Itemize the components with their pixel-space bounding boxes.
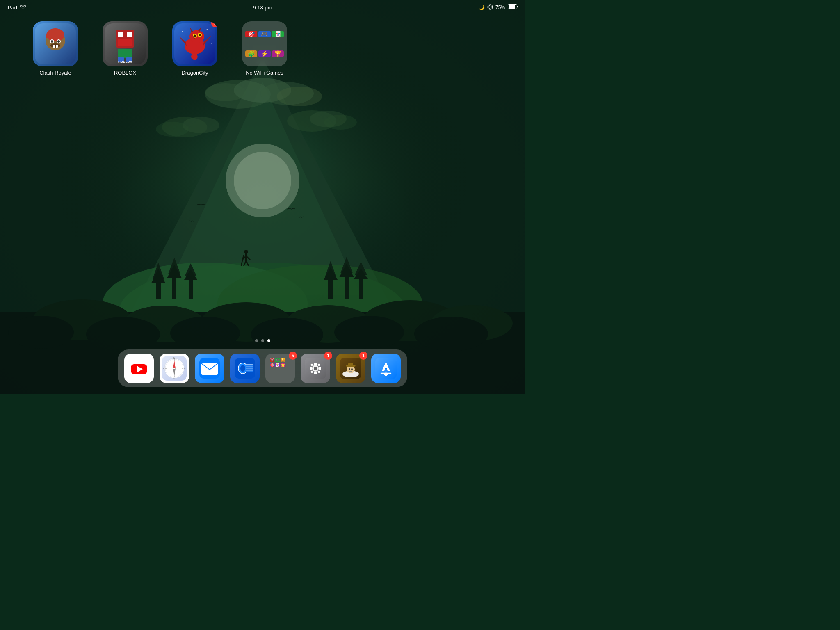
status-left: iPad [7,4,26,11]
folder-mini-4: 🧩 [245,50,257,57]
svg-rect-129 [310,367,312,370]
dock-mail[interactable] [195,354,224,383]
svg-point-93 [194,35,196,37]
mail-icon [195,354,224,383]
svg-point-69 [57,40,60,43]
svg-point-118 [240,365,245,372]
svg-text:W: W [163,367,165,370]
games-folder-badge: 5 [289,352,297,360]
dragon-city-label: DragonCity [181,70,208,76]
device-label: iPad [7,5,17,11]
moon-icon: 🌙 [479,5,485,10]
settings-badge: 1 [324,352,332,360]
svg-point-126 [314,367,317,370]
svg-rect-139 [348,363,353,367]
dock-games-folder[interactable]: 5 ⚔️ 🎮 🏆 🎯 🃏 ⭐ [265,354,295,383]
games-folder-mini-1: ⚔️ [270,358,274,362]
folder-mini-6: 🏆 [272,50,284,57]
folder-mini-3: 🃏 [272,31,284,37]
main-content: Clash Royale [0,13,525,394]
outlook-icon [230,354,260,383]
status-bar: iPad 9:18 pm 🌙 75% [0,0,525,13]
youtube-icon [124,354,154,383]
dock-southpark[interactable]: 1 [336,354,365,383]
svg-point-70 [50,43,60,48]
app-roblox[interactable]: ROBLOX ROBLOX [103,21,148,76]
roblox-label: ROBLOX [114,70,136,76]
page-dots [0,339,525,349]
dock-app-store[interactable] [371,354,401,383]
svg-point-141 [351,368,353,370]
app-dragon-city[interactable]: 2 [172,21,217,76]
roblox-icon: ROBLOX [103,21,148,66]
games-folder-mini-4: 🎯 [270,363,274,367]
safari-icon: N S E W [160,354,189,383]
clash-royale-icon [33,21,78,66]
folder-mini-1: 🎯 [245,31,257,37]
dock: N S E W [118,349,407,387]
svg-text:ROBLOX: ROBLOX [118,60,132,64]
svg-rect-75 [118,32,123,37]
battery-percent: 75% [495,5,505,10]
app-grid: Clash Royale [0,13,525,84]
globe-icon [487,4,493,11]
battery-icon [508,4,518,11]
games-folder-mini-3: 🏆 [281,358,285,362]
svg-rect-130 [319,367,321,370]
svg-rect-78 [118,49,132,58]
no-wifi-games-icon: 🎯 🎮 🃏 🧩 ⚡ 🏆 [242,21,287,66]
dock-safari[interactable]: N S E W [160,354,189,383]
folder-mini-5: ⚡ [258,50,270,57]
svg-rect-77 [118,39,132,46]
svg-point-140 [349,368,350,370]
no-wifi-games-label: No WiFi Games [246,70,283,76]
app-no-wifi-games[interactable]: 🎯 🎮 🃏 🧩 ⚡ 🏆 No WiFi Games [242,21,287,76]
page-dot-2[interactable] [261,339,264,342]
app-clash-royale[interactable]: Clash Royale [33,21,78,76]
svg-point-94 [199,34,201,36]
svg-point-68 [51,40,53,43]
wifi-icon [20,4,26,11]
games-folder-mini-2: 🎮 [275,358,280,362]
page-dot-3[interactable] [267,339,270,342]
dock-youtube[interactable] [124,354,154,383]
svg-point-83 [182,31,183,32]
clash-royale-label: Clash Royale [39,70,71,76]
svg-rect-61 [509,5,515,9]
svg-rect-127 [314,363,317,365]
svg-rect-128 [314,372,317,374]
svg-point-84 [207,29,208,30]
games-folder-mini-5: 🃏 [275,363,280,367]
games-folder-mini-6: ⭐ [281,363,285,367]
page-dot-1[interactable] [255,339,258,342]
app-store-icon [371,354,401,383]
folder-mini-2: 🎮 [258,31,270,37]
svg-rect-76 [127,32,132,37]
time-display: 9:18 pm [253,5,272,11]
svg-rect-71 [53,45,55,48]
svg-point-86 [211,43,212,44]
svg-rect-65 [46,35,64,38]
svg-point-58 [23,8,24,9]
svg-rect-72 [56,45,58,48]
dragon-city-icon: 2 [172,21,217,66]
southpark-badge: 1 [359,352,368,360]
status-right: 🌙 75% [479,4,518,11]
svg-point-85 [180,48,181,48]
svg-text:N: N [173,357,175,359]
dock-settings[interactable]: 1 [301,354,330,383]
dock-outlook[interactable] [230,354,260,383]
